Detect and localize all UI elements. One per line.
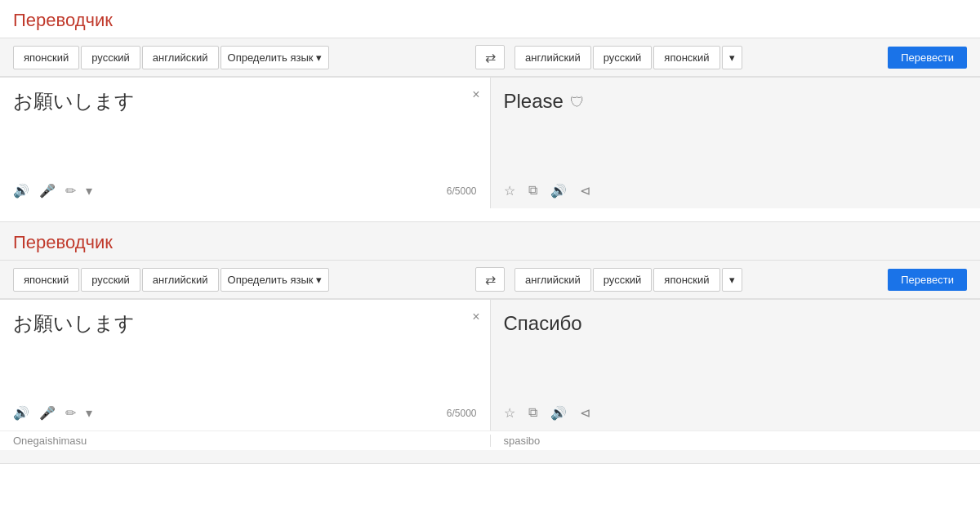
output-text-1: Please 🛡 <box>504 87 968 176</box>
input-text-1[interactable]: お願いします <box>13 87 477 176</box>
output-translation-2: Спасибо <box>504 310 582 337</box>
lang-bar-2: японский русский английский Определить я… <box>0 260 980 299</box>
detect-lang-btn-1[interactable]: Определить язык <box>220 46 330 69</box>
translit-output: spasibo <box>491 435 968 447</box>
page-title-2: Переводчик <box>0 222 980 260</box>
edit-icon-1[interactable]: ✏ <box>65 183 76 199</box>
target-lang-russian-1[interactable]: русский <box>593 46 653 69</box>
sound-icon-2[interactable]: 🔊 <box>13 405 29 421</box>
target-lang-english-1[interactable]: английский <box>514 46 591 69</box>
transliteration-row: Onegaishimasu spasibo <box>0 430 980 450</box>
target-lang-bar-2: английский русский японский Перевести <box>514 268 967 292</box>
mic-icon-2[interactable]: 🎤 <box>39 405 56 421</box>
translit-input: Onegaishimasu <box>13 435 491 447</box>
output-panel-2: Спасибо ☆ ⧉ 🔊 ⊲ <box>491 300 981 430</box>
source-lang-english-2[interactable]: английский <box>142 268 219 292</box>
translator-block-1: Переводчик японский русский английский О… <box>0 0 980 222</box>
source-lang-bar-2: японский русский английский Определить я… <box>13 268 466 292</box>
sound-icon-1[interactable]: 🔊 <box>13 183 29 199</box>
source-lang-russian-1[interactable]: русский <box>81 46 140 69</box>
output-sound-icon-1[interactable]: 🔊 <box>550 183 567 199</box>
target-lang-dropdown-1[interactable] <box>722 46 742 69</box>
translate-button-1[interactable]: Перевести <box>888 47 967 69</box>
translator-block-2: Переводчик японский русский английский О… <box>0 222 980 464</box>
edit-chevron-icon-1[interactable]: ▾ <box>86 183 92 199</box>
clear-btn-1[interactable]: × <box>472 87 479 102</box>
target-lang-japanese-1[interactable]: японский <box>653 46 719 69</box>
output-footer-1: ☆ ⧉ 🔊 ⊲ <box>504 183 968 199</box>
input-footer-2: 🔊 🎤 ✏ ▾ 6/5000 <box>13 405 477 421</box>
target-chevron-icon-2 <box>729 274 735 286</box>
detect-chevron-icon-1 <box>316 51 322 64</box>
translation-panels-1: × お願いします 🔊 🎤 ✏ ▾ 6/5000 Please 🛡 <box>0 77 980 208</box>
copy-icon-2[interactable]: ⧉ <box>528 405 537 421</box>
input-actions-1: 🔊 🎤 ✏ ▾ <box>13 183 92 199</box>
input-footer-1: 🔊 🎤 ✏ ▾ 6/5000 <box>13 183 477 199</box>
translate-button-2[interactable]: Перевести <box>888 269 967 291</box>
star-icon-1[interactable]: ☆ <box>504 183 515 199</box>
translation-panels-2: × お願いします 🔊 🎤 ✏ ▾ 6/5000 Спасибо <box>0 299 980 430</box>
source-lang-russian-2[interactable]: русский <box>81 268 140 292</box>
share-icon-1[interactable]: ⊲ <box>580 183 590 199</box>
target-chevron-icon-1 <box>729 51 735 64</box>
target-lang-russian-2[interactable]: русский <box>593 268 653 292</box>
target-lang-english-2[interactable]: английский <box>514 268 591 292</box>
target-lang-dropdown-2[interactable] <box>722 268 742 292</box>
output-panel-1: Please 🛡 ☆ ⧉ 🔊 ⊲ <box>491 78 981 208</box>
source-lang-japanese-2[interactable]: японский <box>13 268 79 292</box>
char-count-1: 6/5000 <box>447 185 477 197</box>
input-actions-2: 🔊 🎤 ✏ ▾ <box>13 405 92 421</box>
input-panel-2: × お願いします 🔊 🎤 ✏ ▾ 6/5000 <box>0 300 491 430</box>
input-text-2[interactable]: お願いします <box>13 310 477 399</box>
source-lang-japanese-1[interactable]: японский <box>13 46 79 69</box>
detect-chevron-icon-2 <box>316 274 322 286</box>
verified-icon-1: 🛡 <box>570 92 585 113</box>
lang-bar-1: японский русский английский Определить я… <box>0 38 980 77</box>
page-wrapper: Переводчик японский русский английский О… <box>0 0 980 513</box>
clear-btn-2[interactable]: × <box>472 310 479 324</box>
swap-btn-1[interactable]: ⇄ <box>475 45 505 69</box>
target-lang-bar-1: английский русский японский Перевести <box>514 46 967 69</box>
output-text-2: Спасибо <box>504 310 968 399</box>
detect-lang-btn-2[interactable]: Определить язык <box>220 268 330 292</box>
edit-chevron-icon-2[interactable]: ▾ <box>86 405 92 421</box>
swap-btn-2[interactable]: ⇄ <box>475 267 505 292</box>
output-footer-2: ☆ ⧉ 🔊 ⊲ <box>504 405 968 421</box>
target-lang-japanese-2[interactable]: японский <box>653 268 719 292</box>
source-lang-bar-1: японский русский английский Определить я… <box>13 46 466 69</box>
edit-icon-2[interactable]: ✏ <box>65 405 76 421</box>
output-translation-1: Please <box>504 87 564 115</box>
char-count-2: 6/5000 <box>447 408 477 419</box>
source-lang-english-1[interactable]: английский <box>142 46 219 69</box>
mic-icon-1[interactable]: 🎤 <box>39 183 56 199</box>
output-sound-icon-2[interactable]: 🔊 <box>550 405 567 421</box>
star-icon-2[interactable]: ☆ <box>504 405 515 421</box>
input-panel-1: × お願いします 🔊 🎤 ✏ ▾ 6/5000 <box>0 78 491 208</box>
copy-icon-1[interactable]: ⧉ <box>528 183 537 199</box>
page-title-1: Переводчик <box>0 0 980 38</box>
share-icon-2[interactable]: ⊲ <box>580 405 590 421</box>
